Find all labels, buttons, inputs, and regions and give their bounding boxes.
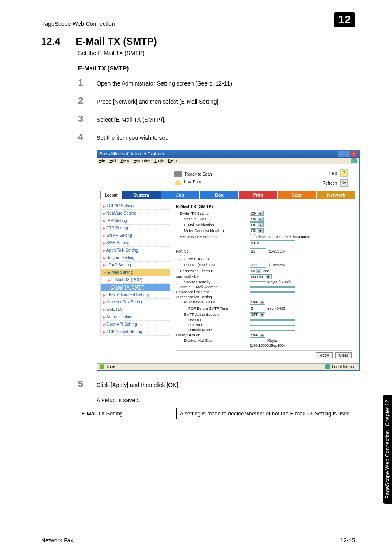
pop-time-unit: sec. (0-60)	[267, 306, 285, 310]
intranet-icon	[325, 364, 330, 369]
sidebar-item[interactable]: ▶Authentication	[101, 313, 170, 321]
label-user-id: User ID	[176, 318, 250, 322]
sidebar-item[interactable]: ▶Bonjour Setting	[101, 254, 170, 262]
minimize-button[interactable]: –	[338, 151, 344, 157]
input-user-id[interactable]	[250, 319, 295, 321]
step-text: Set the item you wish to set.	[97, 134, 168, 141]
select-pop-before[interactable]: OFF▾	[250, 300, 265, 305]
select-bin-div[interactable]: OFF▾	[250, 333, 265, 338]
spec-label: E-Mail TX Setting	[78, 408, 177, 419]
label-div-size: Divided Mail Size	[176, 338, 250, 343]
menu-view[interactable]: View	[120, 158, 129, 163]
refresh-icon[interactable]: ⟳	[340, 179, 348, 187]
printer-icon	[174, 171, 182, 177]
logout-button[interactable]: Logout	[100, 191, 122, 199]
chapter-badge: 12	[334, 12, 355, 27]
menu-file[interactable]: File	[99, 158, 105, 163]
select-meter-notif[interactable]: ON▾	[250, 228, 264, 233]
label-pop-time: POP Before SMTP Time	[176, 306, 250, 310]
input-password[interactable]	[250, 324, 295, 326]
label-use-ssl: Use SSL/TLS	[187, 257, 209, 261]
tab-system[interactable]: System	[122, 191, 161, 199]
sidebar-item[interactable]: ▶SNMP Setting	[101, 232, 170, 239]
input-admin-addr[interactable]	[250, 286, 295, 288]
sidebar-sub-email-rx[interactable]: ▶E-Mail RX (POP)	[101, 276, 170, 284]
select-smtp-auth[interactable]: OFF▾	[250, 312, 265, 317]
select-max-mail[interactable]: No Limit▾	[250, 274, 272, 279]
port-ssl-range: (1-65535)	[269, 263, 285, 267]
menu-tools[interactable]: Tools	[154, 158, 164, 163]
sidebar-item[interactable]: ▶Network Fax Setting	[101, 299, 170, 306]
help-icon[interactable]: ?	[340, 169, 348, 177]
sidebar-item[interactable]: ▶IPP Setting	[101, 217, 170, 225]
sidebar-item[interactable]: ▶I-Fax Advanced Setting	[101, 291, 170, 299]
input-dev-addr[interactable]	[250, 291, 295, 293]
status-low-paper: Low Paper	[184, 180, 204, 184]
section-title: E-Mail TX (SMTP)	[76, 36, 157, 47]
step-number: 3	[78, 114, 97, 124]
chapter-side-tab: Chapter 12 PageScope Web Connection	[383, 395, 392, 504]
close-button[interactable]: ×	[351, 151, 357, 157]
label-scan-to-email: Scan to E-Mail	[176, 217, 250, 221]
input-smtp-addr[interactable]: 0.0.0.0	[250, 240, 295, 246]
sidebar-item[interactable]: ▶TCP/IP Setting	[101, 202, 170, 210]
menu-favorites[interactable]: Favorites	[134, 158, 150, 163]
select-email-notif[interactable]: ON▾	[250, 222, 264, 227]
form-area: E-Mail TX (SMTP) E-Mail TX Setting ON▾ S…	[170, 202, 356, 361]
label-smtp-addr: SMTP Server Address	[176, 235, 250, 239]
window-title: Box - Microsoft Internet Explorer	[99, 151, 164, 156]
label-auth-setting: Authentication Setting	[176, 295, 250, 299]
input-server-cap[interactable]	[250, 281, 266, 283]
sidebar-item[interactable]: ▶SSL/TLS	[101, 306, 170, 313]
help-link[interactable]: Help	[328, 171, 337, 176]
checkbox-hostname[interactable]	[250, 234, 255, 239]
input-port-ssl[interactable]: 465	[250, 262, 266, 268]
footer-left: Network Fax	[41, 537, 74, 544]
label-domain: Domain Name	[176, 328, 250, 332]
apply-button[interactable]: Apply	[316, 352, 333, 358]
tab-print[interactable]: Print	[239, 191, 278, 199]
label-meter-notif: Meter Count Notification	[176, 229, 250, 233]
intro-text: Set the E-Mail TX (SMTP).	[78, 50, 355, 56]
sidebar-item[interactable]: ▶FTP Setting	[101, 225, 170, 232]
statusbar-intranet: Local intranet	[332, 365, 357, 369]
label-bin-div: Binary Division	[176, 333, 250, 337]
select-scan-to-email[interactable]: ON▾	[250, 217, 264, 222]
footer-right: 12-15	[340, 537, 355, 544]
sidebar-item[interactable]: ▶TCP Socket Setting	[101, 328, 170, 336]
sidebar-item-email-setting[interactable]: ▼E-Mail Setting	[101, 269, 170, 276]
sidebar-item[interactable]: ▶AppleTalk Setting	[101, 247, 170, 254]
step-text: Open the Administrator Setting screen (S…	[97, 80, 234, 87]
select-email-tx[interactable]: ON▾	[250, 211, 264, 216]
checkbox-ssl[interactable]	[180, 255, 185, 260]
label-email-notif: E-Mail Notification	[176, 223, 250, 227]
label-email-tx-setting: E-Mail TX Setting	[176, 211, 250, 215]
input-div-size[interactable]	[250, 340, 266, 341]
port-range: (1-65535)	[269, 249, 285, 253]
label-pop-before: POP Before SMTP	[176, 300, 250, 304]
input-port[interactable]: 25	[250, 248, 266, 254]
server-cap-unit: Mbyte (1-100)	[267, 280, 291, 284]
label-port-ssl: Port No.(SSL/TLS)	[176, 263, 250, 267]
tab-box[interactable]: Box	[200, 191, 239, 199]
tab-network[interactable]: Network	[317, 191, 356, 199]
label-max-mail: Max Mail Size	[176, 275, 250, 279]
label-smtp-auth: SMTP Authentication	[176, 313, 250, 317]
input-domain[interactable]	[250, 329, 295, 331]
tab-job[interactable]: Job	[161, 191, 200, 199]
clear-button[interactable]: Clear	[335, 352, 352, 358]
sidebar-item[interactable]: ▶NetWare Setting	[101, 210, 170, 217]
sidebar-sub-email-tx[interactable]: ▶E-Mail TX (SMTP)	[101, 284, 170, 291]
div-size-range: (100-15000,Step100)	[250, 343, 285, 348]
sidebar-item[interactable]: ▶SMB Setting	[101, 239, 170, 247]
menu-help[interactable]: Help	[168, 158, 177, 163]
maximize-button[interactable]: □	[344, 151, 350, 157]
refresh-link[interactable]: Refresh	[323, 181, 337, 185]
select-conn-timeout[interactable]: 60▾	[250, 269, 262, 273]
label-port: Port No.	[176, 249, 250, 253]
menu-edit[interactable]: Edit	[109, 158, 116, 163]
sidebar-item[interactable]: ▶LDAP Setting	[101, 262, 170, 269]
sidebar-item[interactable]: ▶OpenAPI Setting	[101, 321, 170, 328]
tab-scan[interactable]: Scan	[278, 191, 317, 199]
input-pop-time[interactable]: 5	[250, 306, 266, 311]
